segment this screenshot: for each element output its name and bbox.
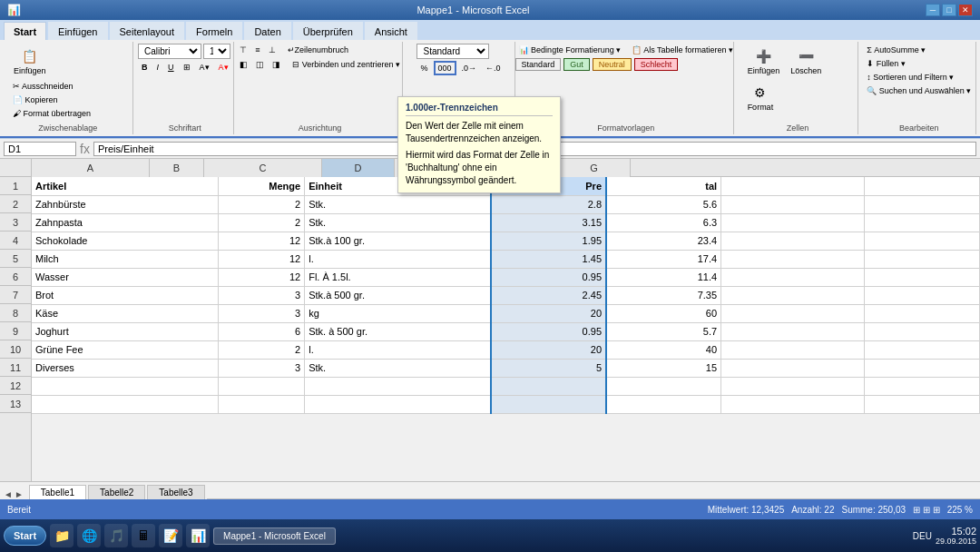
col-header-c[interactable]: C [204, 159, 322, 177]
align-center-button[interactable]: ◫ [252, 58, 268, 71]
underline-button[interactable]: U [164, 61, 178, 74]
align-middle-button[interactable]: ≡ [251, 44, 263, 56]
cell-f8[interactable] [721, 304, 865, 322]
cell-f13[interactable] [721, 395, 865, 413]
row-header-2[interactable]: 2 [0, 195, 31, 213]
cell-f10[interactable] [721, 340, 865, 359]
cell-c9[interactable]: Stk. à 500 gr. [305, 322, 492, 340]
fill-color-button[interactable]: A▾ [196, 61, 213, 74]
row-header-8[interactable]: 8 [0, 304, 31, 322]
cell-g6[interactable] [865, 268, 980, 286]
percent-button[interactable]: % [416, 62, 431, 74]
font-color-button[interactable]: A▾ [215, 61, 232, 74]
align-right-button[interactable]: ◨ [269, 58, 284, 71]
cell-a5[interactable]: Milch [32, 250, 219, 268]
maximize-button[interactable]: □ [942, 4, 956, 16]
sheet-tab-tabelle2[interactable]: Tabelle2 [88, 485, 145, 499]
minimize-button[interactable]: ─ [926, 4, 940, 16]
row-header-1[interactable]: 1 [0, 177, 31, 195]
window-controls[interactable]: ─ □ ✕ [926, 4, 973, 16]
taskbar-icon-explorer[interactable]: 📁 [50, 524, 74, 547]
cell-g7[interactable] [865, 286, 980, 304]
tab-einfuegen[interactable]: Einfügen [48, 22, 107, 40]
cell-f6[interactable] [721, 268, 865, 286]
cell-d3[interactable]: 3.15 [491, 213, 606, 232]
cell-e7[interactable]: 7.35 [606, 286, 721, 304]
cell-b2[interactable]: 2 [219, 195, 305, 213]
border-button[interactable]: ⊞ [180, 61, 194, 74]
row-header-9[interactable]: 9 [0, 322, 31, 340]
cell-b4[interactable]: 12 [219, 232, 305, 250]
align-bottom-button[interactable]: ⊥ [265, 44, 279, 56]
sheet-tab-tabelle3[interactable]: Tabelle3 [147, 485, 204, 499]
cell-g5[interactable] [865, 250, 980, 268]
cell-e1[interactable]: tal [606, 177, 721, 195]
cell-f1[interactable] [721, 177, 865, 195]
font-select[interactable]: Calibri [138, 44, 201, 59]
cell-c12[interactable] [305, 377, 492, 395]
row-header-3[interactable]: 3 [0, 213, 31, 232]
cell-b7[interactable]: 3 [219, 286, 305, 304]
tab-ansicht[interactable]: Ansicht [365, 22, 417, 40]
sheet-nav-prev[interactable]: ◄ [4, 489, 13, 499]
cell-c7[interactable]: Stk.à 500 gr. [305, 286, 492, 304]
insert-button[interactable]: ➕ Einfügen [743, 44, 785, 78]
cell-a13[interactable] [32, 395, 219, 413]
cell-d13[interactable] [491, 395, 606, 413]
taskbar-icon-media[interactable]: 🎵 [104, 524, 128, 547]
cell-d9[interactable]: 0.95 [491, 322, 606, 340]
col-header-d[interactable]: D [322, 159, 395, 177]
format-schlecht[interactable]: Schlecht [634, 58, 679, 71]
row-header-7[interactable]: 7 [0, 286, 31, 304]
cell-f12[interactable] [721, 377, 865, 395]
cell-d2[interactable]: 2.8 [491, 195, 606, 213]
delete-button[interactable]: ➖ Löschen [786, 44, 826, 78]
als-tabelle-button[interactable]: 📋 Als Tabelle formatieren ▾ [628, 44, 737, 56]
cell-b5[interactable]: 12 [219, 250, 305, 268]
bold-button[interactable]: B [138, 61, 152, 74]
name-box[interactable] [4, 142, 76, 156]
cell-f2[interactable] [721, 195, 865, 213]
cell-b10[interactable]: 2 [219, 340, 305, 359]
cell-e8[interactable]: 60 [606, 304, 721, 322]
taskbar-excel-app[interactable]: Mappe1 - Microsoft Excel [213, 527, 336, 545]
corner-cell[interactable] [0, 159, 32, 176]
row-header-12[interactable]: 12 [0, 377, 31, 395]
cell-b12[interactable] [219, 377, 305, 395]
cell-f4[interactable] [721, 232, 865, 250]
cell-d4[interactable]: 1.95 [491, 232, 606, 250]
tab-seitenlayout[interactable]: Seitenlayout [110, 22, 185, 40]
cell-d5[interactable]: 1.45 [491, 250, 606, 268]
row-header-11[interactable]: 11 [0, 359, 31, 377]
cell-b13[interactable] [219, 395, 305, 413]
cell-a3[interactable]: Zahnpasta [32, 213, 219, 232]
cell-b8[interactable]: 3 [219, 304, 305, 322]
cell-b6[interactable]: 12 [219, 268, 305, 286]
cell-c6[interactable]: Fl. À 1.5l. [305, 268, 492, 286]
cell-e6[interactable]: 11.4 [606, 268, 721, 286]
cell-e2[interactable]: 5.6 [606, 195, 721, 213]
cell-g4[interactable] [865, 232, 980, 250]
cell-g13[interactable] [865, 395, 980, 413]
cell-g11[interactable] [865, 359, 980, 377]
cell-a9[interactable]: Joghurt [32, 322, 219, 340]
font-size-select[interactable]: 11 [203, 44, 230, 59]
taskbar-icon-excel[interactable]: 📊 [186, 524, 210, 547]
autosumme-button[interactable]: Σ AutoSumme ▾ [863, 44, 929, 56]
cell-b11[interactable]: 3 [219, 359, 305, 377]
cell-f3[interactable] [721, 213, 865, 232]
wrap-text-button[interactable]: ↵Zeilenumbruch [284, 44, 353, 56]
cell-d10[interactable]: 20 [491, 340, 606, 359]
cell-f9[interactable] [721, 322, 865, 340]
taskbar-icon-calc[interactable]: 🖩 [132, 524, 155, 547]
cell-e13[interactable] [606, 395, 721, 413]
comma-button[interactable]: 000 [434, 61, 456, 75]
tab-daten[interactable]: Daten [244, 22, 290, 40]
sheet-nav-next[interactable]: ► [15, 489, 24, 499]
col-header-a[interactable]: A [32, 159, 150, 177]
cell-e3[interactable]: 6.3 [606, 213, 721, 232]
cell-a2[interactable]: Zahnbürste [32, 195, 219, 213]
fuellen-button[interactable]: ⬇ Füllen ▾ [863, 57, 909, 70]
taskbar-icon-ie[interactable]: 🌐 [77, 524, 101, 547]
copy-button[interactable]: 📄 Kopieren [9, 94, 94, 106]
